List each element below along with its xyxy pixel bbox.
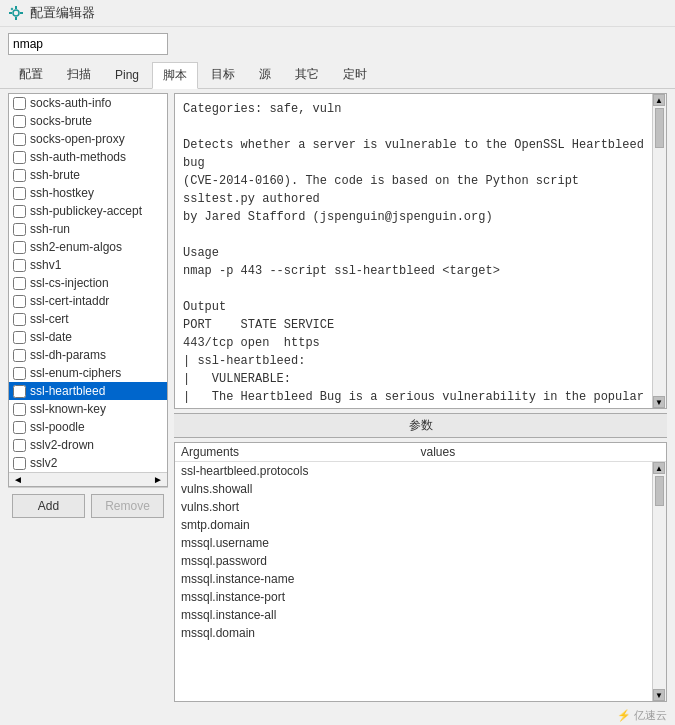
list-item[interactable]: ssh-publickey-accept <box>9 202 167 220</box>
list-item-selected[interactable]: ssl-heartbleed <box>9 382 167 400</box>
param-item[interactable]: mssql.instance-name <box>175 570 652 588</box>
params-scrollbar-up[interactable]: ▲ <box>653 462 665 474</box>
tabs-bar: 配置 扫描 Ping 脚本 目标 源 其它 定时 <box>0 61 675 89</box>
scrollbar-thumb[interactable] <box>655 108 664 148</box>
param-item[interactable]: mssql.username <box>175 534 652 552</box>
script-checkbox[interactable] <box>13 223 26 236</box>
script-checkbox[interactable] <box>13 205 26 218</box>
script-checkbox[interactable] <box>13 385 26 398</box>
script-checkbox[interactable] <box>13 295 26 308</box>
params-table: Arguments values ssl-heartbleed.protocol… <box>174 442 667 702</box>
main-window: 配置编辑器 配置 扫描 Ping 脚本 目标 源 其它 定时 socks-aut… <box>0 0 675 725</box>
param-item[interactable]: ssl-heartbleed.protocols <box>175 462 652 480</box>
script-checkbox[interactable] <box>13 97 26 110</box>
script-checkbox[interactable] <box>13 313 26 326</box>
tab-ping[interactable]: Ping <box>104 63 150 87</box>
script-checkbox[interactable] <box>13 277 26 290</box>
tab-other[interactable]: 其它 <box>284 61 330 88</box>
desc-scrollbar[interactable]: ▲ ▼ <box>652 94 666 408</box>
list-item[interactable]: ssl-known-key <box>9 400 167 418</box>
scroll-right-arrow[interactable]: ► <box>153 474 163 485</box>
list-item[interactable]: ssh-brute <box>9 166 167 184</box>
param-item[interactable]: vulns.short <box>175 498 652 516</box>
right-panel: Categories: safe, vuln Detects whether a… <box>174 93 667 702</box>
list-item[interactable]: sslv2-drown <box>9 436 167 454</box>
tab-source[interactable]: 源 <box>248 61 282 88</box>
header-values: values <box>421 445 661 459</box>
list-item[interactable]: socks-brute <box>9 112 167 130</box>
param-item[interactable]: mssql.password <box>175 552 652 570</box>
remove-button[interactable]: Remove <box>91 494 164 518</box>
script-checkbox[interactable] <box>13 331 26 344</box>
list-item[interactable]: ssl-date <box>9 328 167 346</box>
svg-rect-4 <box>20 12 23 14</box>
params-scrollbar-track <box>653 474 666 689</box>
script-checkbox[interactable] <box>13 349 26 362</box>
settings-icon <box>8 5 24 21</box>
script-checkbox[interactable] <box>13 169 26 182</box>
scrollbar-up-btn[interactable]: ▲ <box>653 94 665 106</box>
scroll-left-arrow[interactable]: ◄ <box>13 474 23 485</box>
list-item[interactable]: ssl-cs-injection <box>9 274 167 292</box>
list-item[interactable]: ssl-enum-ciphers <box>9 364 167 382</box>
script-checkbox[interactable] <box>13 133 26 146</box>
param-item[interactable]: mssql.instance-all <box>175 606 652 624</box>
list-item[interactable]: socks-open-proxy <box>9 130 167 148</box>
scrollbar-down-btn[interactable]: ▼ <box>653 396 665 408</box>
list-item[interactable]: sshv1 <box>9 256 167 274</box>
search-input[interactable] <box>8 33 168 55</box>
script-checkbox[interactable] <box>13 115 26 128</box>
param-item[interactable]: vulns.showall <box>175 480 652 498</box>
svg-rect-5 <box>11 8 14 11</box>
svg-rect-1 <box>15 6 17 9</box>
script-checkbox[interactable] <box>13 439 26 452</box>
list-item[interactable]: socks-auth-info <box>9 94 167 112</box>
svg-point-0 <box>13 10 19 16</box>
params-scrollbar-down[interactable]: ▼ <box>653 689 665 701</box>
script-checkbox[interactable] <box>13 259 26 272</box>
list-item[interactable]: ssh2-enum-algos <box>9 238 167 256</box>
tab-scan[interactable]: 扫描 <box>56 61 102 88</box>
tab-target[interactable]: 目标 <box>200 61 246 88</box>
param-item[interactable]: mssql.domain <box>175 624 652 642</box>
desc-inner: Categories: safe, vuln Detects whether a… <box>175 94 666 408</box>
params-scrollbar[interactable]: ▲ ▼ <box>652 462 666 701</box>
watermark: ⚡ 亿速云 <box>0 706 675 725</box>
watermark-text: 亿速云 <box>634 709 667 721</box>
script-checkbox[interactable] <box>13 403 26 416</box>
param-item[interactable]: mssql.instance-port <box>175 588 652 606</box>
script-checkbox[interactable] <box>13 151 26 164</box>
watermark-logo-icon: ⚡ <box>617 709 631 721</box>
action-buttons: Add Remove <box>8 487 168 524</box>
params-header: Arguments values <box>175 443 666 462</box>
params-list[interactable]: ssl-heartbleed.protocols vulns.showall v… <box>175 462 652 701</box>
tab-config[interactable]: 配置 <box>8 61 54 88</box>
description-text[interactable]: Categories: safe, vuln Detects whether a… <box>175 94 652 408</box>
left-panel: socks-auth-info socks-brute socks-open-p… <box>8 93 168 702</box>
params-inner: ssl-heartbleed.protocols vulns.showall v… <box>175 462 666 701</box>
script-checkbox[interactable] <box>13 367 26 380</box>
list-item[interactable]: ssh-hostkey <box>9 184 167 202</box>
scrollbar-track <box>653 106 666 396</box>
script-checkbox[interactable] <box>13 241 26 254</box>
tab-script[interactable]: 脚本 <box>152 62 198 89</box>
script-checkbox[interactable] <box>13 421 26 434</box>
tab-timing[interactable]: 定时 <box>332 61 378 88</box>
main-content: socks-auth-info socks-brute socks-open-p… <box>0 89 675 706</box>
params-scrollbar-thumb[interactable] <box>655 476 664 506</box>
description-box: Categories: safe, vuln Detects whether a… <box>174 93 667 409</box>
list-item[interactable]: ssl-dh-params <box>9 346 167 364</box>
script-checkbox[interactable] <box>13 187 26 200</box>
list-item[interactable]: ssh-run <box>9 220 167 238</box>
list-item[interactable]: ssl-poodle <box>9 418 167 436</box>
list-item[interactable]: ssl-cert-intaddr <box>9 292 167 310</box>
list-item[interactable]: ssh-auth-methods <box>9 148 167 166</box>
list-item[interactable]: ssl-cert <box>9 310 167 328</box>
window-title: 配置编辑器 <box>30 4 95 22</box>
add-button[interactable]: Add <box>12 494 85 518</box>
svg-rect-2 <box>15 17 17 20</box>
list-item[interactable]: sslv2 <box>9 454 167 472</box>
script-list-scroll[interactable]: socks-auth-info socks-brute socks-open-p… <box>9 94 167 472</box>
param-item[interactable]: smtp.domain <box>175 516 652 534</box>
script-checkbox[interactable] <box>13 457 26 470</box>
